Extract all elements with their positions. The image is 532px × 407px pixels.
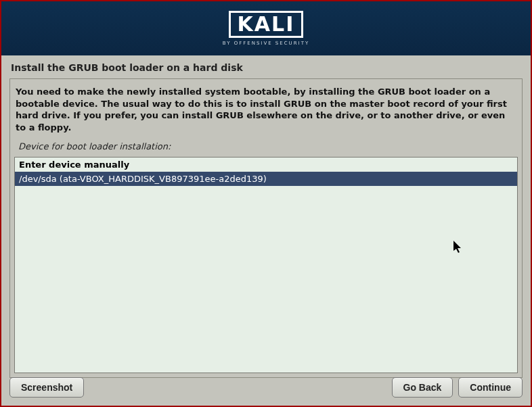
option-dev-sda[interactable]: /dev/sda (ata-VBOX_HARDDISK_VB897391ee-a… — [15, 172, 517, 186]
instruction-text: You need to make the newly installed sys… — [10, 79, 522, 139]
device-listbox[interactable]: Enter device manually /dev/sda (ata-VBOX… — [14, 157, 518, 373]
go-back-button[interactable]: Go Back — [392, 377, 453, 398]
continue-button[interactable]: Continue — [458, 377, 523, 398]
option-enter-manually[interactable]: Enter device manually — [15, 158, 517, 172]
brand-subtitle: BY OFFENSIVE SECURITY — [223, 41, 309, 46]
brand-text: KALI — [238, 14, 295, 34]
content-panel: You need to make the newly installed sys… — [9, 78, 523, 378]
installer-header: KALI BY OFFENSIVE SECURITY — [1, 1, 531, 55]
screenshot-button[interactable]: Screenshot — [9, 377, 84, 398]
page-title: Install the GRUB boot loader on a hard d… — [1, 55, 531, 78]
device-prompt: Device for boot loader installation: — [10, 139, 522, 155]
kali-logo: KALI BY OFFENSIVE SECURITY — [223, 11, 309, 46]
button-row: Screenshot Go Back Continue — [9, 377, 523, 398]
